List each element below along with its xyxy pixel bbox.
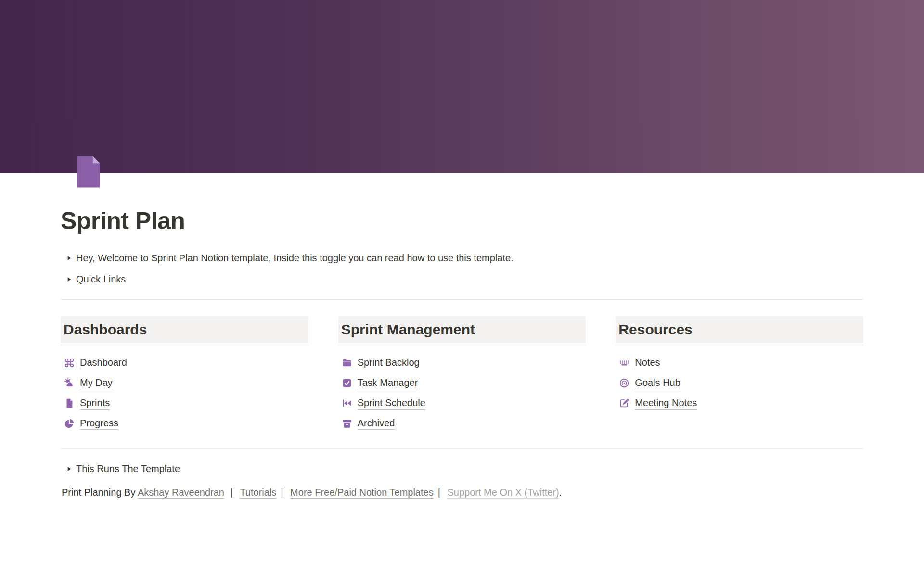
toggle-caret-icon[interactable]	[62, 274, 76, 284]
divider	[616, 346, 863, 346]
page-document-icon[interactable]	[69, 153, 107, 191]
page-link-label: Task Manager	[358, 377, 418, 389]
page-content: Sprint Plan Hey, Welcome to Sprint Plan …	[0, 153, 924, 501]
toggle-runs-template[interactable]: This Runs The Template	[61, 458, 863, 479]
column-title: Sprint Management	[341, 321, 583, 338]
column-header: Sprint Management	[338, 316, 586, 343]
divider	[61, 346, 308, 346]
footer-separator: |	[231, 487, 233, 498]
tutorials-link[interactable]: Tutorials	[240, 487, 276, 499]
support-link[interactable]: Support Me On X (Twitter)	[447, 487, 559, 499]
column-layout: Dashboards Dashboard My Day	[61, 316, 863, 434]
page-link-label: Sprint Backlog	[358, 357, 420, 369]
checkbox-icon	[341, 377, 353, 389]
page-link-my-day[interactable]: My Day	[61, 373, 308, 393]
toggle-quick-links[interactable]: Quick Links	[61, 269, 863, 290]
page-link-archived[interactable]: Archived	[338, 413, 586, 434]
page-link-label: Sprints	[80, 397, 110, 410]
pie-chart-icon	[64, 418, 75, 429]
column-title: Dashboards	[64, 321, 306, 338]
page-link-progress[interactable]: Progress	[61, 413, 308, 434]
page-title: Sprint Plan	[61, 207, 863, 235]
page-link-sprints[interactable]: Sprints	[61, 393, 308, 413]
notion-page: Sprint Plan Hey, Welcome to Sprint Plan …	[0, 0, 924, 501]
divider	[61, 299, 863, 300]
page-link-sprint-backlog[interactable]: Sprint Backlog	[338, 353, 586, 373]
toggle-quick-links-label: Quick Links	[76, 272, 126, 286]
page-link-goals-hub[interactable]: Goals Hub	[616, 373, 863, 393]
column-header: Resources	[616, 316, 863, 343]
sun-cloud-icon	[64, 377, 75, 389]
page-link-meeting-notes[interactable]: Meeting Notes	[616, 393, 863, 413]
column-dashboards: Dashboards Dashboard My Day	[61, 316, 308, 434]
footer-separator: |	[438, 487, 440, 498]
page-link-label: Goals Hub	[635, 377, 680, 389]
divider	[61, 448, 863, 449]
toggle-caret-icon[interactable]	[62, 463, 76, 474]
divider	[338, 346, 586, 346]
toggle-runs-template-label: This Runs The Template	[76, 462, 180, 475]
folder-icon	[341, 357, 353, 369]
more-templates-link[interactable]: More Free/Paid Notion Templates	[290, 487, 434, 499]
page-link-label: Dashboard	[80, 357, 127, 369]
footer-prefix: Print Planning By	[62, 487, 135, 498]
keyboard-icon	[618, 357, 630, 369]
toggle-caret-icon[interactable]	[62, 253, 76, 263]
page-link-label: Progress	[80, 418, 118, 430]
toggle-list: Hey, Welcome to Sprint Plan Notion templ…	[61, 247, 863, 290]
page-link-label: Sprint Schedule	[358, 397, 425, 410]
page-link-label: Meeting Notes	[635, 397, 697, 410]
column-title: Resources	[618, 321, 860, 338]
toggle-welcome[interactable]: Hey, Welcome to Sprint Plan Notion templ…	[61, 247, 863, 269]
target-icon	[618, 377, 630, 389]
author-link[interactable]: Akshay Raveendran	[138, 487, 224, 499]
archive-icon	[341, 418, 353, 429]
column-sprint-management: Sprint Management Sprint Backlog T	[338, 316, 586, 434]
column-resources: Resources Notes Goals Hub	[616, 316, 863, 434]
column-header: Dashboards	[61, 316, 308, 343]
link-list: Dashboard My Day Sprints	[61, 353, 308, 434]
footer-suffix: .	[559, 487, 562, 498]
page-link-task-manager[interactable]: Task Manager	[338, 373, 586, 393]
rewind-icon	[341, 397, 353, 409]
link-list: Sprint Backlog Task Manager Sprint Sched…	[338, 353, 586, 434]
footer-credits: Print Planning By Akshay Raveendran| Tut…	[61, 484, 863, 501]
link-list: Notes Goals Hub Meeting Notes	[616, 353, 863, 413]
page-link-sprint-schedule[interactable]: Sprint Schedule	[338, 393, 586, 413]
page-cover-image	[0, 0, 924, 173]
edit-icon	[618, 397, 630, 409]
footer-separator: |	[281, 487, 283, 498]
page-link-label: My Day	[80, 377, 113, 389]
page-link-label: Notes	[635, 357, 660, 369]
page-link-notes[interactable]: Notes	[616, 353, 863, 373]
toggle-welcome-label: Hey, Welcome to Sprint Plan Notion templ…	[76, 251, 513, 265]
document-icon	[64, 397, 75, 409]
page-link-label: Archived	[358, 418, 395, 430]
command-icon	[64, 357, 75, 369]
page-link-dashboard[interactable]: Dashboard	[61, 353, 308, 373]
